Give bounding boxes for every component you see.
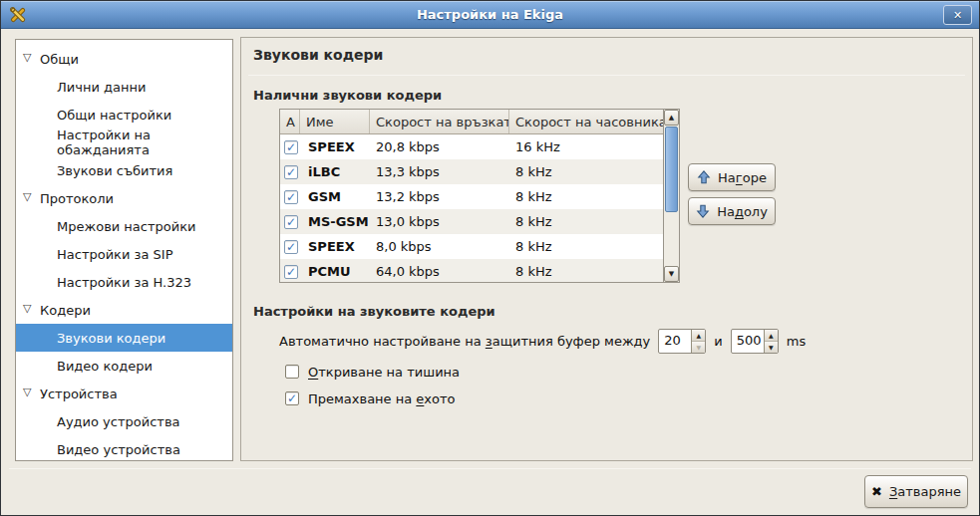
- table-scrollbar[interactable]: ▲ ▼: [663, 110, 679, 282]
- arrow-down-icon: [696, 204, 710, 218]
- jitter-min-spinner[interactable]: 20 ▲ ▼: [658, 329, 706, 354]
- close-dialog-button[interactable]: ✖ Затваряне: [864, 475, 968, 508]
- sidebar-group-koderi[interactable]: ▽ Кодери: [16, 296, 232, 324]
- scrollbar-up-button[interactable]: ▲: [664, 110, 679, 126]
- checkbox-box[interactable]: ✓: [285, 391, 299, 405]
- page-title: Звукови кодери: [253, 47, 383, 63]
- sidebar-group-ustroystva[interactable]: ▽ Устройства: [16, 380, 232, 407]
- check-icon: ✓: [286, 266, 296, 278]
- expander-icon[interactable]: ▽: [23, 190, 31, 204]
- table-row[interactable]: ✓ SPEEX 20,8 kbps 16 kHz: [280, 134, 663, 159]
- window-close-button[interactable]: ✕: [943, 5, 972, 25]
- jitter-min-value[interactable]: 20: [659, 330, 691, 353]
- check-icon: ✓: [286, 241, 296, 253]
- sidebar-item-zvukovi-sabitiya[interactable]: Звукови събития: [16, 156, 232, 184]
- move-down-label: Надолу: [717, 204, 768, 219]
- checkbox-box[interactable]: ✓: [285, 365, 299, 379]
- header-separator: [248, 75, 965, 76]
- column-header-name[interactable]: Име: [300, 110, 370, 133]
- check-icon: ✓: [286, 191, 296, 203]
- available-codecs-section-title: Налични звукови кодери: [253, 88, 442, 103]
- footer-separator: [9, 468, 971, 469]
- jitter-unit-label: ms: [787, 334, 806, 349]
- codec-enabled-checkbox[interactable]: ✓: [284, 265, 298, 279]
- close-icon: ✕: [953, 9, 962, 22]
- sidebar-item-video-koderi[interactable]: Видео кодери: [16, 352, 232, 380]
- sidebar-item-mrezhovi-nastroyki[interactable]: Мрежови настройки: [16, 212, 232, 240]
- move-up-label: Нагоре: [718, 170, 767, 185]
- jitter-buffer-label: Автоматично настройване на защитния буфе…: [279, 334, 650, 349]
- sidebar-item-nastroyki-obazhdaniya[interactable]: Настройки на обажданията: [16, 129, 232, 156]
- titlebar[interactable]: Настройки на Ekiga ✕: [1, 1, 979, 29]
- sections-tree: ▽ Общи Лични данни Общи настройки Настро…: [15, 39, 233, 461]
- codec-enabled-checkbox[interactable]: ✓: [284, 215, 298, 229]
- expander-icon[interactable]: ▽: [23, 386, 31, 399]
- column-header-bitrate[interactable]: Скорост на връзката: [370, 110, 509, 133]
- scrollbar-thumb[interactable]: [665, 127, 678, 212]
- check-icon: ✓: [286, 166, 296, 178]
- spin-up-icon[interactable]: ▲: [765, 330, 778, 342]
- preferences-dialog: Настройки на Ekiga ✕ ▽ Общи Лични данни …: [0, 0, 980, 516]
- codecs-table: А Име Скорост на връзката Скорост на час…: [279, 109, 680, 283]
- codecs-table-header: А Име Скорост на връзката Скорост на час…: [280, 110, 663, 134]
- codec-enabled-checkbox[interactable]: ✓: [284, 190, 298, 204]
- dialog-body: ▽ Общи Лични данни Общи настройки Настро…: [1, 29, 979, 515]
- echo-cancellation-label: Премахване на ехото: [308, 391, 456, 406]
- check-icon: ✓: [287, 392, 297, 404]
- sidebar-item-obshti-nastroyki[interactable]: Общи настройки: [16, 101, 232, 129]
- codecs-table-content: А Име Скорост на връзката Скорост на час…: [280, 110, 663, 282]
- window-title: Настройки на Ekiga: [1, 7, 979, 22]
- expander-icon[interactable]: ▽: [23, 302, 31, 316]
- table-row[interactable]: ✓ PCMU 64,0 kbps 8 kHz: [280, 259, 663, 283]
- table-row[interactable]: ✓ GSM 13,2 kbps 8 kHz: [280, 184, 663, 209]
- expander-icon[interactable]: ▽: [23, 51, 31, 65]
- scroll-up-icon: ▲: [669, 114, 674, 122]
- sidebar-item-lichni-danni[interactable]: Лични данни: [16, 73, 232, 101]
- close-x-icon: ✖: [871, 484, 882, 499]
- arrow-up-icon: [697, 170, 711, 184]
- spin-down-icon[interactable]: ▼: [692, 342, 705, 353]
- jitter-conjunction-label: и: [714, 334, 722, 349]
- column-header-clockrate[interactable]: Скорост на часовника: [509, 110, 663, 133]
- sidebar-item-zvukovi-koderi[interactable]: Звукови кодери: [16, 324, 232, 352]
- check-icon: ✓: [286, 216, 296, 228]
- table-row[interactable]: ✓ MS-GSM 13,0 kbps 8 kHz: [280, 209, 663, 234]
- codec-settings-section-title: Настройки на звуковите кодери: [253, 304, 495, 319]
- main-panel: Звукови кодери Налични звукови кодери А …: [240, 37, 973, 461]
- sidebar-item-nastroyki-h323[interactable]: Настройки за H.323: [16, 268, 232, 296]
- spin-down-icon[interactable]: ▼: [765, 342, 778, 353]
- scroll-down-icon: ▼: [669, 270, 674, 278]
- silence-detection-label: Откриване на тишина: [308, 365, 460, 380]
- codec-enabled-checkbox[interactable]: ✓: [284, 140, 298, 154]
- echo-cancellation-checkbox[interactable]: ✓ Премахване на ехото: [285, 390, 456, 406]
- sidebar-item-audio-ustroystva[interactable]: Аудио устройства: [16, 407, 232, 435]
- column-header-active[interactable]: А: [280, 110, 300, 133]
- table-row[interactable]: ✓ iLBC 13,3 kbps 8 kHz: [280, 159, 663, 184]
- jitter-buffer-row: Автоматично настройване на защитния буфе…: [279, 328, 806, 354]
- sidebar-item-video-ustroystva[interactable]: Видео устройства: [16, 435, 232, 461]
- scrollbar-down-button[interactable]: ▼: [664, 266, 679, 282]
- close-button-label: Затваряне: [889, 484, 961, 499]
- check-icon: ✓: [286, 141, 296, 153]
- sidebar-item-nastroyki-sip[interactable]: Настройки за SIP: [16, 240, 232, 268]
- jitter-max-spinner[interactable]: 500 ▲ ▼: [731, 329, 779, 354]
- move-up-button[interactable]: Нагоре: [688, 163, 776, 191]
- move-down-button[interactable]: Надолу: [688, 197, 776, 225]
- sidebar-group-obshti[interactable]: ▽ Общи: [16, 45, 232, 73]
- spin-up-icon[interactable]: ▲: [692, 330, 705, 342]
- codec-enabled-checkbox[interactable]: ✓: [284, 240, 298, 254]
- silence-detection-checkbox[interactable]: ✓ Откриване на тишина: [285, 364, 460, 380]
- jitter-max-value[interactable]: 500: [732, 330, 764, 353]
- sidebar-group-protokoli[interactable]: ▽ Протоколи: [16, 184, 232, 212]
- table-row[interactable]: ✓ SPEEX 8,0 kbps 8 kHz: [280, 234, 663, 259]
- codec-enabled-checkbox[interactable]: ✓: [284, 165, 298, 179]
